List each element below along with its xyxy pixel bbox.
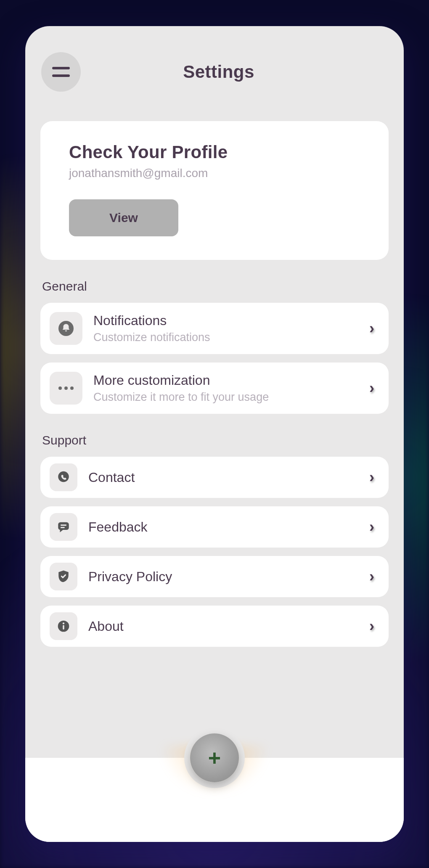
info-icon: [50, 612, 77, 640]
row-notifications[interactable]: Notifications Customize notifications ›: [40, 303, 389, 354]
row-feedback[interactable]: Feedback ›: [40, 506, 389, 548]
row-subtitle: Customize notifications: [93, 331, 369, 344]
menu-button[interactable]: [41, 52, 81, 92]
svg-rect-7: [61, 527, 65, 528]
chevron-right-icon: ›: [369, 468, 376, 486]
hamburger-icon: [52, 67, 70, 69]
phone-bubble-icon: [50, 463, 77, 491]
chevron-right-icon: ›: [369, 320, 376, 337]
profile-card-heading: Check Your Profile: [69, 142, 360, 162]
chevron-right-icon: ›: [369, 617, 376, 635]
svg-rect-6: [61, 524, 66, 526]
row-title: Feedback: [88, 519, 369, 535]
view-profile-button[interactable]: View: [69, 199, 178, 236]
profile-card-email: jonathansmith@gmail.com: [69, 167, 360, 180]
chevron-right-icon: ›: [369, 568, 376, 585]
svg-rect-9: [63, 625, 64, 630]
shield-icon: [50, 563, 77, 590]
more-icon: [50, 372, 82, 405]
row-title: More customization: [93, 373, 369, 388]
svg-point-2: [64, 386, 68, 390]
row-title: Privacy Policy: [88, 569, 369, 585]
section-label-support: Support: [42, 433, 389, 447]
page-title: Settings: [89, 62, 348, 82]
svg-point-3: [70, 386, 74, 390]
svg-point-1: [58, 386, 62, 390]
row-privacy-policy[interactable]: Privacy Policy ›: [40, 556, 389, 597]
row-subtitle: Customize it more to fit your usage: [93, 391, 369, 404]
bottom-bar: +: [25, 758, 404, 842]
profile-card: Check Your Profile jonathansmith@gmail.c…: [40, 121, 389, 260]
bell-icon: [50, 312, 82, 345]
svg-rect-5: [58, 522, 69, 530]
add-button[interactable]: +: [190, 733, 239, 782]
content: Check Your Profile jonathansmith@gmail.c…: [25, 92, 404, 647]
top-bar: Settings: [25, 26, 404, 92]
row-title: About: [88, 619, 369, 634]
chevron-right-icon: ›: [369, 379, 376, 397]
settings-screen: Settings Check Your Profile jonathansmit…: [25, 26, 404, 842]
row-title: Contact: [88, 470, 369, 485]
chevron-right-icon: ›: [369, 518, 376, 536]
row-about[interactable]: About ›: [40, 606, 389, 647]
plus-icon: +: [208, 747, 221, 769]
svg-point-4: [58, 471, 69, 482]
row-title: Notifications: [93, 313, 369, 328]
row-contact[interactable]: Contact ›: [40, 457, 389, 498]
section-label-general: General: [42, 279, 389, 294]
chat-icon: [50, 513, 77, 541]
row-more-customization[interactable]: More customization Customize it more to …: [40, 363, 389, 414]
svg-point-10: [63, 622, 64, 624]
